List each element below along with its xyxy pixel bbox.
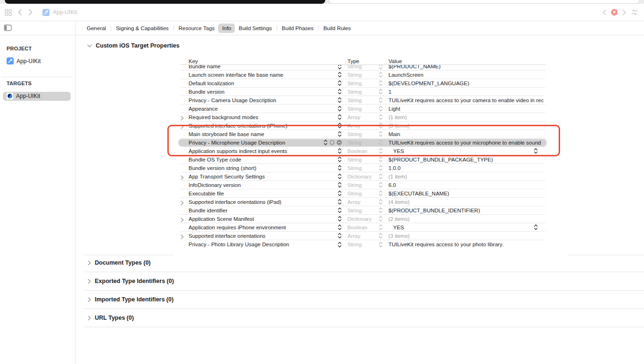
type-cell[interactable]: String: [346, 156, 386, 162]
type-cell[interactable]: String: [346, 72, 386, 78]
type-stepper-icon[interactable]: [379, 173, 383, 179]
type-cell[interactable]: String: [346, 80, 386, 86]
stepper-icon[interactable]: [323, 139, 328, 146]
type-cell[interactable]: Array: [346, 199, 386, 205]
table-row[interactable]: Required background modesArray(1 item): [181, 113, 545, 121]
type-stepper-icon[interactable]: [379, 72, 383, 78]
type-cell[interactable]: String: [346, 65, 386, 70]
stepper-icon[interactable]: [338, 65, 342, 70]
stepper-icon[interactable]: [338, 233, 342, 239]
type-cell[interactable]: String: [346, 89, 386, 95]
type-cell[interactable]: Array: [346, 114, 386, 120]
type-stepper-icon[interactable]: [379, 97, 383, 103]
key-cell[interactable]: Bundle version: [181, 89, 346, 95]
add-row-button[interactable]: +: [330, 140, 335, 145]
table-row[interactable]: InfoDictionary versionString6.0: [181, 181, 545, 189]
type-stepper-icon[interactable]: [379, 105, 383, 112]
tab-general[interactable]: General: [83, 24, 110, 33]
type-stepper-icon[interactable]: [379, 80, 383, 86]
show-all-tabs-icon[interactable]: [5, 9, 12, 16]
value-cell[interactable]: YES: [386, 224, 545, 230]
type-cell[interactable]: Boolean: [346, 148, 386, 154]
type-cell[interactable]: String: [346, 190, 386, 196]
column-header-key[interactable]: Key: [181, 58, 346, 64]
key-cell[interactable]: Application requires iPhone environment: [181, 224, 346, 230]
disclosure-chevron-icon[interactable]: [181, 175, 184, 181]
type-cell[interactable]: String: [346, 165, 386, 171]
type-stepper-icon[interactable]: [379, 199, 383, 205]
value-cell[interactable]: $(PRODUCT_NAME): [386, 65, 545, 69]
table-row[interactable]: App Transport Security SettingsDictionar…: [181, 172, 545, 181]
value-cell[interactable]: (4 items): [386, 199, 545, 205]
value-cell[interactable]: TUILiveKit requires access to your micro…: [386, 140, 545, 146]
stepper-icon[interactable]: [338, 89, 342, 95]
value-cell[interactable]: (3 items): [386, 233, 545, 239]
type-stepper-icon[interactable]: [379, 165, 383, 171]
issue-forward-icon[interactable]: [622, 9, 626, 16]
key-cell[interactable]: Main storyboard file base name: [181, 131, 346, 137]
section-header-document-types[interactable]: Document Types (0): [88, 259, 151, 266]
table-row[interactable]: Application requires iPhone environmentB…: [181, 223, 545, 232]
type-stepper-icon[interactable]: [379, 190, 383, 196]
issue-back-icon[interactable]: [603, 9, 606, 16]
key-cell[interactable]: Executable file: [181, 190, 346, 196]
type-cell[interactable]: Boolean: [346, 224, 386, 230]
table-row[interactable]: Executable fileString$(EXECUTABLE_NAME): [181, 189, 545, 198]
stepper-icon[interactable]: [338, 131, 342, 137]
tab-build-rules[interactable]: Build Rules: [320, 24, 355, 33]
disclosure-chevron-icon[interactable]: [181, 218, 184, 223]
table-row[interactable]: Main storyboard file base nameStringMain: [181, 130, 545, 138]
tab-signing-capabilities[interactable]: Signing & Capabilities: [112, 24, 173, 33]
type-stepper-icon[interactable]: [379, 65, 383, 70]
disclosure-chevron-icon[interactable]: [181, 116, 184, 121]
value-cell[interactable]: LaunchScreen: [386, 72, 545, 78]
value-cell[interactable]: (1 item): [386, 114, 545, 120]
type-stepper-icon[interactable]: [379, 233, 383, 239]
swap-arrows-icon[interactable]: [631, 9, 638, 16]
type-cell[interactable]: String: [346, 97, 386, 103]
sidebar-item-target[interactable]: App-UIKit: [7, 93, 40, 99]
value-cell[interactable]: $(DEVELOPMENT_LANGUAGE): [386, 81, 545, 86]
sidebar-item-project[interactable]: App-UIKit: [7, 57, 41, 65]
key-cell[interactable]: Supported interface orientations (iPad): [181, 199, 346, 205]
disclosure-chevron-icon[interactable]: [181, 124, 184, 130]
section-header-exported-type-identifiers[interactable]: Exported Type Identifiers (0): [88, 278, 174, 284]
type-stepper-icon[interactable]: [379, 89, 383, 95]
key-cell[interactable]: Default localization: [181, 80, 346, 86]
stepper-icon[interactable]: [338, 156, 342, 162]
table-row[interactable]: Bundle versionString1: [181, 88, 545, 96]
table-row[interactable]: Default localizationString$(DEVELOPMENT_…: [181, 79, 545, 88]
type-stepper-icon[interactable]: [379, 216, 383, 222]
value-cell[interactable]: (3 items): [386, 123, 545, 129]
type-cell[interactable]: Dictionary: [346, 216, 386, 222]
key-cell[interactable]: Privacy - Photo Library Usage Descriptio…: [181, 242, 346, 248]
remove-row-button[interactable]: −: [337, 140, 342, 145]
value-cell[interactable]: $(PRODUCT_BUNDLE_IDENTIFIER): [386, 208, 545, 213]
value-cell[interactable]: YES: [386, 148, 545, 154]
value-cell[interactable]: Main: [386, 131, 545, 137]
key-cell[interactable]: Launch screen interface file base name: [181, 72, 346, 78]
table-row[interactable]: AppearanceStringLight: [181, 105, 545, 113]
back-icon[interactable]: [18, 9, 22, 16]
key-cell[interactable]: Bundle OS Type code: [181, 156, 346, 162]
tab-info[interactable]: Info: [218, 24, 235, 33]
stepper-icon[interactable]: [338, 207, 342, 213]
table-row[interactable]: Application supports indirect input even…: [181, 147, 545, 155]
key-cell[interactable]: Supported interface orientations: [181, 233, 346, 239]
value-stepper-icon[interactable]: [534, 148, 538, 154]
stepper-icon[interactable]: [338, 182, 342, 188]
stepper-icon[interactable]: [338, 242, 342, 248]
type-stepper-icon[interactable]: [379, 242, 383, 248]
table-row[interactable]: Privacy - Camera Usage DescriptionString…: [181, 96, 545, 105]
key-cell[interactable]: Required background modes: [181, 114, 346, 120]
table-row[interactable]: Application Scene ManifestDictionary(2 i…: [181, 215, 545, 223]
table-row[interactable]: Supported interface orientations (iPhone…: [181, 121, 545, 130]
table-row[interactable]: Bundle nameString$(PRODUCT_NAME): [181, 65, 545, 71]
key-cell[interactable]: Supported interface orientations (iPhone…: [181, 122, 346, 129]
value-cell[interactable]: Light: [386, 106, 545, 112]
type-cell[interactable]: String: [346, 105, 386, 112]
key-cell[interactable]: Appearance: [181, 105, 346, 112]
value-cell[interactable]: $(PRODUCT_BUNDLE_PACKAGE_TYPE): [386, 157, 545, 162]
value-cell[interactable]: 1: [386, 89, 545, 95]
stepper-icon[interactable]: [338, 105, 342, 112]
